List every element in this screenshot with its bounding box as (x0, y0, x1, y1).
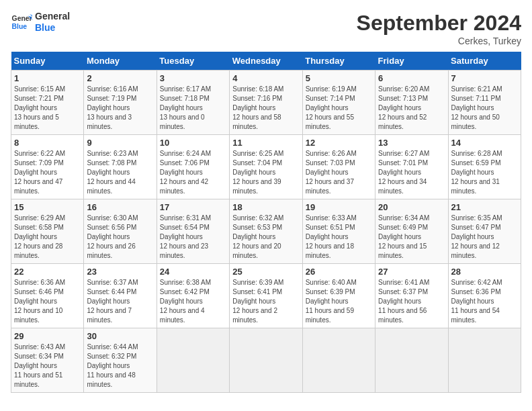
table-row: 17 Sunrise: 6:31 AM Sunset: 6:54 PM Dayl… (157, 199, 229, 264)
day-info: Sunrise: 6:34 AM Sunset: 6:49 PM Dayligh… (378, 214, 445, 261)
table-row: 3 Sunrise: 6:17 AM Sunset: 7:18 PM Dayli… (157, 71, 229, 135)
day-info: Sunrise: 6:42 AM Sunset: 6:36 PM Dayligh… (451, 278, 518, 325)
day-info: Sunrise: 6:38 AM Sunset: 6:42 PM Dayligh… (160, 278, 226, 325)
table-row: 15 Sunrise: 6:29 AM Sunset: 6:58 PM Dayl… (11, 199, 84, 264)
table-row: 13 Sunrise: 6:27 AM Sunset: 7:01 PM Dayl… (375, 135, 448, 199)
day-number: 11 (232, 138, 299, 148)
table-row: 10 Sunrise: 6:24 AM Sunset: 7:06 PM Dayl… (157, 135, 229, 199)
calendar-week-row: 29 Sunrise: 6:43 AM Sunset: 6:34 PM Dayl… (11, 328, 521, 393)
day-number: 3 (160, 73, 226, 83)
day-info: Sunrise: 6:26 AM Sunset: 7:03 PM Dayligh… (306, 149, 372, 196)
day-number: 18 (232, 202, 299, 212)
col-wednesday: Wednesday (230, 52, 302, 71)
day-number: 27 (378, 267, 445, 277)
table-row: 28 Sunrise: 6:42 AM Sunset: 6:36 PM Dayl… (448, 264, 521, 328)
day-info: Sunrise: 6:24 AM Sunset: 7:06 PM Dayligh… (160, 149, 226, 196)
day-info: Sunrise: 6:17 AM Sunset: 7:18 PM Dayligh… (160, 85, 226, 132)
day-number: 22 (14, 267, 81, 277)
col-tuesday: Tuesday (157, 52, 229, 71)
day-number: 17 (160, 202, 226, 212)
day-number: 16 (87, 202, 153, 212)
logo-icon: General Blue (11, 11, 32, 33)
day-info: Sunrise: 6:15 AM Sunset: 7:21 PM Dayligh… (14, 85, 81, 132)
day-number: 4 (232, 73, 299, 83)
day-number: 5 (306, 73, 372, 83)
day-number: 19 (306, 202, 372, 212)
location: Cerkes, Turkey (357, 36, 521, 46)
table-row: 26 Sunrise: 6:40 AM Sunset: 6:39 PM Dayl… (302, 264, 375, 328)
table-row: 23 Sunrise: 6:37 AM Sunset: 6:44 PM Dayl… (84, 264, 157, 328)
table-row: 12 Sunrise: 6:26 AM Sunset: 7:03 PM Dayl… (302, 135, 375, 199)
logo-blue: Blue (35, 22, 70, 34)
calendar-header-row: Sunday Monday Tuesday Wednesday Thursday… (11, 52, 521, 71)
table-row: 6 Sunrise: 6:20 AM Sunset: 7:13 PM Dayli… (375, 71, 448, 135)
day-number: 9 (87, 138, 153, 148)
day-number: 1 (14, 73, 81, 83)
logo: General Blue General Blue (11, 11, 70, 34)
day-number: 20 (378, 202, 445, 212)
day-number: 10 (160, 138, 226, 148)
table-row: 2 Sunrise: 6:16 AM Sunset: 7:19 PM Dayli… (84, 71, 157, 135)
day-number: 29 (14, 331, 81, 341)
table-row: 20 Sunrise: 6:34 AM Sunset: 6:49 PM Dayl… (375, 199, 448, 264)
logo-general: General (35, 11, 70, 22)
day-info: Sunrise: 6:33 AM Sunset: 6:51 PM Dayligh… (306, 214, 372, 261)
table-row: 24 Sunrise: 6:38 AM Sunset: 6:42 PM Dayl… (157, 264, 229, 328)
day-info: Sunrise: 6:23 AM Sunset: 7:08 PM Dayligh… (87, 149, 153, 196)
calendar-table: Sunday Monday Tuesday Wednesday Thursday… (11, 52, 521, 393)
day-info: Sunrise: 6:44 AM Sunset: 6:32 PM Dayligh… (87, 342, 153, 390)
day-info: Sunrise: 6:21 AM Sunset: 7:11 PM Dayligh… (451, 85, 518, 132)
table-row (375, 328, 448, 393)
day-info: Sunrise: 6:40 AM Sunset: 6:39 PM Dayligh… (306, 278, 372, 325)
day-info: Sunrise: 6:37 AM Sunset: 6:44 PM Dayligh… (87, 278, 153, 325)
table-row (230, 328, 302, 393)
day-info: Sunrise: 6:30 AM Sunset: 6:56 PM Dayligh… (87, 214, 153, 261)
day-info: Sunrise: 6:22 AM Sunset: 7:09 PM Dayligh… (14, 149, 81, 196)
calendar-week-row: 15 Sunrise: 6:29 AM Sunset: 6:58 PM Dayl… (11, 199, 521, 264)
calendar-week-row: 1 Sunrise: 6:15 AM Sunset: 7:21 PM Dayli… (11, 71, 521, 135)
day-number: 28 (451, 267, 518, 277)
day-info: Sunrise: 6:32 AM Sunset: 6:53 PM Dayligh… (232, 214, 299, 261)
day-number: 30 (87, 331, 153, 341)
day-info: Sunrise: 6:18 AM Sunset: 7:16 PM Dayligh… (232, 85, 299, 132)
table-row: 27 Sunrise: 6:41 AM Sunset: 6:37 PM Dayl… (375, 264, 448, 328)
table-row: 9 Sunrise: 6:23 AM Sunset: 7:08 PM Dayli… (84, 135, 157, 199)
month-title: September 2024 (357, 11, 521, 36)
day-info: Sunrise: 6:36 AM Sunset: 6:46 PM Dayligh… (14, 278, 81, 325)
table-row: 11 Sunrise: 6:25 AM Sunset: 7:04 PM Dayl… (230, 135, 302, 199)
table-row: 14 Sunrise: 6:28 AM Sunset: 6:59 PM Dayl… (448, 135, 521, 199)
col-friday: Friday (375, 52, 448, 71)
table-row: 4 Sunrise: 6:18 AM Sunset: 7:16 PM Dayli… (230, 71, 302, 135)
table-row: 1 Sunrise: 6:15 AM Sunset: 7:21 PM Dayli… (11, 71, 84, 135)
page-header: General Blue General Blue September 2024… (11, 11, 521, 46)
table-row: 25 Sunrise: 6:39 AM Sunset: 6:41 PM Dayl… (230, 264, 302, 328)
day-number: 12 (306, 138, 372, 148)
calendar-title-area: September 2024 Cerkes, Turkey (357, 11, 521, 46)
table-row: 16 Sunrise: 6:30 AM Sunset: 6:56 PM Dayl… (84, 199, 157, 264)
day-number: 2 (87, 73, 153, 83)
day-number: 8 (14, 138, 81, 148)
day-info: Sunrise: 6:16 AM Sunset: 7:19 PM Dayligh… (87, 85, 153, 132)
day-info: Sunrise: 6:39 AM Sunset: 6:41 PM Dayligh… (232, 278, 299, 325)
table-row: 8 Sunrise: 6:22 AM Sunset: 7:09 PM Dayli… (11, 135, 84, 199)
table-row: 30 Sunrise: 6:44 AM Sunset: 6:32 PM Dayl… (84, 328, 157, 393)
day-number: 23 (87, 267, 153, 277)
table-row: 7 Sunrise: 6:21 AM Sunset: 7:11 PM Dayli… (448, 71, 521, 135)
col-sunday: Sunday (11, 52, 84, 71)
day-number: 15 (14, 202, 81, 212)
day-info: Sunrise: 6:20 AM Sunset: 7:13 PM Dayligh… (378, 85, 445, 132)
col-saturday: Saturday (448, 52, 521, 71)
svg-text:Blue: Blue (12, 22, 28, 30)
table-row: 18 Sunrise: 6:32 AM Sunset: 6:53 PM Dayl… (230, 199, 302, 264)
day-info: Sunrise: 6:31 AM Sunset: 6:54 PM Dayligh… (160, 214, 226, 261)
col-monday: Monday (84, 52, 157, 71)
day-info: Sunrise: 6:43 AM Sunset: 6:34 PM Dayligh… (14, 342, 81, 390)
table-row: 29 Sunrise: 6:43 AM Sunset: 6:34 PM Dayl… (11, 328, 84, 393)
day-info: Sunrise: 6:25 AM Sunset: 7:04 PM Dayligh… (232, 149, 299, 196)
day-number: 7 (451, 73, 518, 83)
day-number: 25 (232, 267, 299, 277)
table-row (302, 328, 375, 393)
table-row: 21 Sunrise: 6:35 AM Sunset: 6:47 PM Dayl… (448, 199, 521, 264)
table-row (157, 328, 229, 393)
calendar-week-row: 22 Sunrise: 6:36 AM Sunset: 6:46 PM Dayl… (11, 264, 521, 328)
